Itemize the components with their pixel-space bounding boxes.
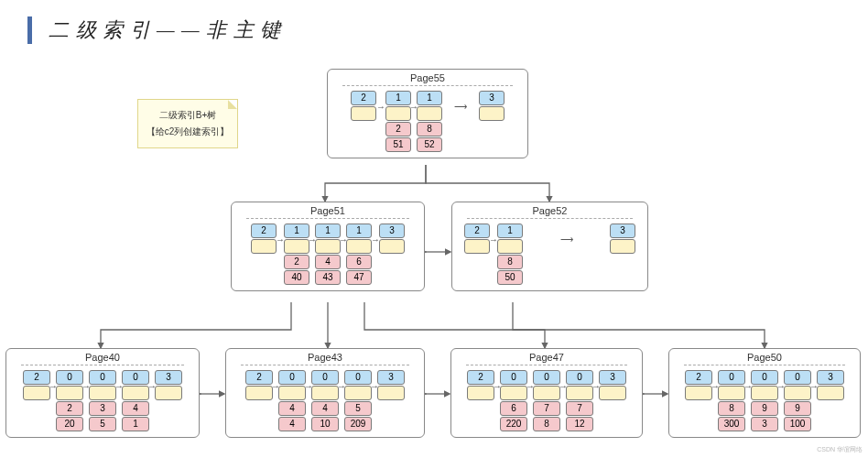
infimum-record: 2 <box>351 90 376 121</box>
page-label: Page43 <box>308 352 342 363</box>
c2-cell: 4 <box>122 401 149 416</box>
header-cell: 0 <box>56 370 83 385</box>
index-record: 1 4 43 <box>315 223 341 285</box>
ptr-cell <box>351 106 376 121</box>
ptr-cell <box>379 239 405 254</box>
page-cell: 43 <box>315 270 341 285</box>
data-record: 093 <box>751 369 778 431</box>
entries-row: 2 → 1 2 51 → 1 8 52 ⟶ 3 <box>351 90 505 152</box>
header-cell: 2 <box>351 91 376 105</box>
header-cell: 1 <box>497 224 523 238</box>
ptr-cell <box>278 386 306 400</box>
page-51: Page51 2 → 1 2 40 → 1 4 43 → 1 <box>231 202 425 291</box>
ptr-cell <box>23 386 50 400</box>
page-50: Page50 2 → 08300 → 093 → 09100 → 3 <box>668 348 861 438</box>
ptr-cell <box>685 386 712 400</box>
page-cell: 51 <box>385 137 411 152</box>
infimum-record: 2 <box>685 369 712 400</box>
header-cell: 0 <box>311 370 339 385</box>
page-label: Page52 <box>533 205 568 216</box>
pk-cell: 300 <box>718 417 745 431</box>
c2-cell: 8 <box>718 401 745 416</box>
pk-cell: 209 <box>344 417 372 431</box>
header-cell: 0 <box>344 370 372 385</box>
key-cell: 8 <box>497 255 523 269</box>
header-cell: 3 <box>817 370 844 385</box>
ptr-cell <box>377 386 405 400</box>
ptr-cell <box>479 106 505 121</box>
page-label: Page47 <box>529 352 564 363</box>
supremum-record: 3 <box>610 223 635 254</box>
header-cell: 0 <box>122 370 149 385</box>
key-cell: 2 <box>385 122 411 136</box>
arrow-right-icon: → <box>376 92 385 121</box>
supremum-record: 3 <box>155 369 182 400</box>
data-record: 0410 <box>311 369 339 431</box>
ptr-cell <box>784 386 811 400</box>
ptr-cell <box>245 386 273 400</box>
c2-cell: 4 <box>278 401 306 416</box>
ptr-cell <box>464 239 490 254</box>
data-record: 041 <box>122 369 149 431</box>
data-record: 0220 <box>56 369 83 431</box>
header-cell: 1 <box>284 224 309 238</box>
infimum-record: 2 <box>23 369 50 400</box>
c2-cell: 4 <box>311 401 339 416</box>
c2-cell: 2 <box>56 401 83 416</box>
divider <box>21 365 184 365</box>
entries-row: 2 → 044 → 0410 → 05209 → 3 <box>245 369 405 431</box>
arrow-right-icon: → <box>372 224 379 254</box>
pk-cell: 220 <box>500 417 527 431</box>
header-cell: 2 <box>685 370 712 385</box>
header-cell: 0 <box>718 370 745 385</box>
c2-cell: 7 <box>533 401 560 416</box>
ptr-cell <box>751 386 778 400</box>
c2-cell: 9 <box>784 401 811 416</box>
divider <box>467 218 633 219</box>
data-record: 09100 <box>784 369 811 431</box>
entries-row: 2 → 06220 → 078 → 0712 → 3 <box>467 369 626 431</box>
c2-cell: 7 <box>566 401 593 416</box>
header-cell: 0 <box>784 370 811 385</box>
infimum-record: 2 <box>245 369 273 400</box>
index-record: 1 2 40 <box>284 223 309 285</box>
page-52: Page52 2 → 1 8 50 ⟶ 3 <box>451 202 648 291</box>
page-47: Page47 2 → 06220 → 078 → 0712 → 3 <box>450 348 643 438</box>
ptr-cell <box>500 386 527 400</box>
key-cell: 4 <box>315 255 341 269</box>
data-record: 06220 <box>500 369 527 431</box>
ptr-cell <box>417 106 442 121</box>
ptr-cell <box>467 386 494 400</box>
pk-cell: 5 <box>89 417 116 431</box>
header-cell: 1 <box>315 224 341 238</box>
ptr-cell <box>315 239 341 254</box>
ptr-cell <box>566 386 593 400</box>
c2-cell: 5 <box>344 401 372 416</box>
watermark: CSDN 华谊网络 <box>817 445 863 454</box>
arrow-right-icon: ⟶ <box>442 92 479 121</box>
page-40: Page40 2 → 0220 → 035 → 041 → 3 <box>5 348 200 438</box>
header-cell: 0 <box>751 370 778 385</box>
supremum-record: 3 <box>817 369 844 400</box>
key-cell: 8 <box>417 122 442 136</box>
ptr-cell <box>346 239 372 254</box>
divider <box>342 85 512 86</box>
page-label: Page40 <box>85 352 120 363</box>
ptr-cell <box>56 386 83 400</box>
pk-cell: 4 <box>278 417 306 431</box>
ptr-cell <box>251 239 277 254</box>
infimum-record: 2 <box>467 369 494 400</box>
pk-cell: 12 <box>566 417 593 431</box>
c2-cell: 9 <box>751 401 778 416</box>
page-label: Page51 <box>310 205 345 216</box>
header-cell: 0 <box>500 370 527 385</box>
data-record: 078 <box>533 369 560 431</box>
ptr-cell <box>599 386 626 400</box>
divider <box>684 365 845 365</box>
ptr-cell <box>497 239 523 254</box>
header-cell: 1 <box>385 91 411 105</box>
supremum-record: 3 <box>379 223 405 254</box>
data-record: 044 <box>278 369 306 431</box>
arrow-right-icon: → <box>277 224 284 254</box>
ptr-cell <box>533 386 560 400</box>
